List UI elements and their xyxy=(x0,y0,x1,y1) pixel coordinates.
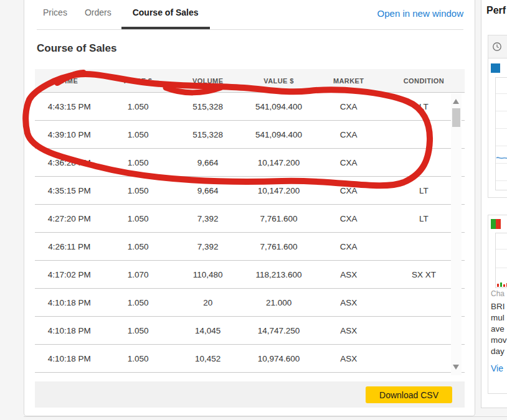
cell-price: 1.050 xyxy=(103,130,172,139)
cell-time: 4:35:15 PM xyxy=(35,186,103,195)
course-of-sales-table: TIME PRICE $ VOLUME VALUE $ MARKET CONDI… xyxy=(35,69,465,408)
cell-time: 4:10:18 PM xyxy=(35,326,103,335)
description-text: BRI mul ave mov day xyxy=(491,301,507,357)
cell-value: 10,147.200 xyxy=(244,186,315,195)
cell-volume: 9,664 xyxy=(173,158,244,167)
cell-value: 21.000 xyxy=(244,298,315,307)
cell-time: 4:10:18 PM xyxy=(35,298,103,307)
cell-price: 1.070 xyxy=(103,270,172,279)
cell-time: 4:17:02 PM xyxy=(35,270,103,279)
volume-chart-area xyxy=(495,233,507,288)
cell-volume: 7,392 xyxy=(173,242,244,251)
table-row: 4:36:28 PM 1.050 9,664 10,147.200 CXA xyxy=(35,148,465,176)
clock-icon[interactable] xyxy=(492,42,502,52)
scrollbar-thumb[interactable] xyxy=(452,108,460,127)
cell-price: 1.050 xyxy=(103,298,172,307)
cell-value: 541,094.400 xyxy=(244,130,315,139)
column-header-time: TIME xyxy=(35,77,103,85)
table-header-row: TIME PRICE $ VOLUME VALUE $ MARKET CONDI… xyxy=(35,69,465,92)
tab-course-of-sales[interactable]: Course of Sales xyxy=(121,0,210,30)
column-header-volume: VOLUME xyxy=(173,77,244,85)
table-body: 4:43:15 PM 1.050 515,328 541,094.400 CXA… xyxy=(35,92,465,372)
column-header-condition: CONDITION xyxy=(383,77,465,85)
page-title: Course of Sales xyxy=(37,42,117,55)
legend-green-half xyxy=(491,219,496,229)
table-row: 4:10:18 PM 1.050 10,452 10,974.600 ASX xyxy=(35,344,465,372)
cell-volume: 9,664 xyxy=(173,186,244,195)
legend-red-half xyxy=(496,219,501,229)
cell-volume: 7,392 xyxy=(173,214,244,223)
cell-price: 1.050 xyxy=(103,186,172,195)
cell-time: 4:27:20 PM xyxy=(35,214,103,223)
series-legend-swatch xyxy=(491,63,500,73)
cell-price: 1.050 xyxy=(103,158,172,167)
cell-value: 7,761.600 xyxy=(244,214,315,223)
page-bottom-divider xyxy=(24,416,507,417)
cell-price: 1.050 xyxy=(103,242,172,251)
tab-prices[interactable]: Prices xyxy=(36,0,75,30)
scrollbar-down-arrow-icon[interactable] xyxy=(453,365,459,370)
column-header-value: VALUE $ xyxy=(244,77,315,85)
chart-widget-toolbar xyxy=(488,35,507,58)
cell-volume: 515,328 xyxy=(173,130,244,139)
cell-value: 10,974.600 xyxy=(244,354,315,363)
cell-price: 1.050 xyxy=(103,354,172,363)
volume-chart-widget: Cha BRI mul ave mov day Vie xyxy=(488,215,507,394)
table-row: 4:10:18 PM 1.050 14,045 14,747.250 ASX xyxy=(35,316,465,344)
cell-volume: 20 xyxy=(173,298,244,307)
volume-bars xyxy=(497,282,507,287)
performance-panel: Perf xyxy=(481,0,507,408)
table-row: 4:43:15 PM 1.050 515,328 541,094.400 CXA… xyxy=(35,92,465,120)
tab-course-of-sales-label: Course of Sales xyxy=(133,7,199,17)
scrollbar-up-arrow-icon[interactable] xyxy=(453,99,459,104)
cell-time: 4:36:28 PM xyxy=(35,158,103,167)
cell-market: CXA xyxy=(314,130,382,139)
cell-market: CXA xyxy=(314,214,382,223)
cell-value: 7,761.600 xyxy=(244,242,315,251)
cell-market: ASX xyxy=(314,326,382,335)
cell-price: 1.050 xyxy=(103,326,172,335)
cell-market: ASX xyxy=(314,354,382,363)
chart-attribution-text: Cha xyxy=(491,289,505,298)
cell-time: 4:39:10 PM xyxy=(35,130,103,139)
cell-volume: 14,045 xyxy=(173,326,244,335)
table-row: 4:39:10 PM 1.050 515,328 541,094.400 CXA xyxy=(35,120,465,148)
view-more-link[interactable]: Vie xyxy=(491,363,503,373)
performance-chart-widget xyxy=(488,35,507,198)
cell-market: ASX xyxy=(314,270,382,279)
table-row: 4:10:18 PM 1.050 20 21.000 ASX xyxy=(35,288,465,316)
cell-market: ASX xyxy=(314,298,382,307)
table-row: 4:27:20 PM 1.050 7,392 7,761.600 CXA LT xyxy=(35,204,465,232)
tab-orders[interactable]: Orders xyxy=(77,0,119,30)
cell-price: 1.050 xyxy=(103,214,172,223)
course-of-sales-panel: Prices Orders Course of Sales Open in ne… xyxy=(24,0,475,416)
table-row: 4:17:02 PM 1.070 110,480 118,213.600 ASX… xyxy=(35,260,465,288)
table-row: 4:35:15 PM 1.050 9,664 10,147.200 CXA LT xyxy=(35,176,465,204)
cell-volume: 515,328 xyxy=(173,102,244,111)
cell-value: 14,747.250 xyxy=(244,326,315,335)
cell-market: CXA xyxy=(314,242,382,251)
candlestick-legend-swatch xyxy=(491,219,501,229)
column-header-price: PRICE $ xyxy=(103,77,172,85)
cell-time: 4:10:18 PM xyxy=(35,354,103,363)
cell-volume: 110,480 xyxy=(173,270,244,279)
cell-market: CXA xyxy=(314,158,382,167)
download-csv-button[interactable]: Download CSV xyxy=(366,386,452,403)
cell-value: 118,213.600 xyxy=(244,270,315,279)
table-row: 4:26:11 PM 1.050 7,392 7,761.600 CXA xyxy=(35,232,465,260)
line-chart-area xyxy=(495,77,507,190)
open-in-new-window-link[interactable]: Open in new window xyxy=(377,8,463,19)
cell-time: 4:43:15 PM xyxy=(35,102,103,111)
cell-value: 10,147.200 xyxy=(244,158,315,167)
column-header-market: MARKET xyxy=(314,77,382,85)
tabs-divider xyxy=(37,29,463,30)
performance-panel-title: Perf xyxy=(486,5,506,16)
cell-value: 541,094.400 xyxy=(244,102,315,111)
partial-row xyxy=(35,372,465,381)
cell-time: 4:26:11 PM xyxy=(35,242,103,251)
table-scrollbar[interactable] xyxy=(451,93,462,375)
cell-market: CXA xyxy=(314,102,382,111)
table-footer: Download CSV xyxy=(35,381,465,408)
cell-volume: 10,452 xyxy=(173,354,244,363)
price-sparkline xyxy=(496,154,507,164)
